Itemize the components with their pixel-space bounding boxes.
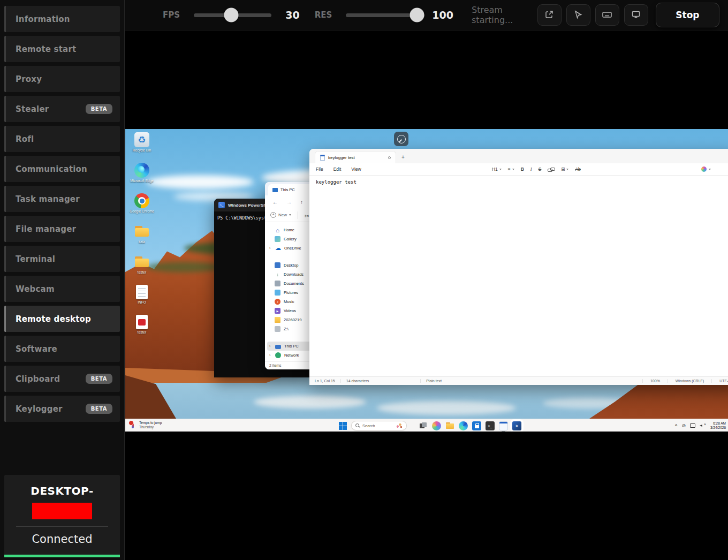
cast-icon[interactable] <box>690 423 695 428</box>
sidebar-item-information[interactable]: Information <box>4 6 120 32</box>
volume-muted-icon[interactable] <box>700 423 706 428</box>
monitor-button[interactable] <box>624 4 648 26</box>
status-segment: Windows (CRLF) <box>668 379 711 383</box>
back-icon[interactable]: ← <box>272 199 278 205</box>
taskbar-store-icon[interactable] <box>472 421 481 430</box>
new-button-label: New <box>278 213 287 217</box>
pointer-control-button[interactable] <box>566 4 590 26</box>
beta-badge: BETA <box>86 104 112 114</box>
taskbar-file-explorer-icon[interactable] <box>445 421 454 430</box>
do-not-disturb-icon[interactable]: ⊘ <box>682 423 686 428</box>
downloads-icon <box>275 271 280 277</box>
sidebar-item-proxy[interactable]: Proxy <box>4 66 120 92</box>
menu-file[interactable]: File <box>316 167 323 172</box>
explorer-tab-this-pc[interactable]: This PC <box>268 184 315 195</box>
copilot-icon <box>701 167 707 172</box>
copilot-menu[interactable] <box>701 167 728 172</box>
new-tab-button[interactable]: + <box>401 154 405 160</box>
chevron-down-icon <box>499 169 502 170</box>
new-button[interactable]: New <box>270 212 291 218</box>
taskbar-clock[interactable]: 6:28 AM 3/24/2026 <box>710 421 726 430</box>
status-segment: 100% <box>642 379 668 383</box>
italic-tool-icon[interactable]: I <box>530 167 532 172</box>
res-slider-thumb[interactable] <box>410 8 424 22</box>
desktop-icon-label: Microsoft Edge <box>130 179 153 183</box>
weather-widget-icon <box>128 420 136 429</box>
desktop-icon-tester[interactable]: tester <box>130 315 154 334</box>
network-icon <box>275 352 281 358</box>
fps-slider[interactable] <box>194 13 271 17</box>
desktop-icon-tester[interactable]: tester <box>130 254 154 274</box>
device-name: DESKTOP- <box>4 485 120 497</box>
cut-icon[interactable] <box>305 210 309 220</box>
fps-slider-thumb[interactable] <box>224 8 238 22</box>
notepad-menus: FileEditView <box>316 167 371 172</box>
chevron-down-icon <box>512 169 514 170</box>
res-label: RES <box>315 10 332 20</box>
pdf-icon <box>136 315 148 329</box>
start-button[interactable] <box>339 422 347 430</box>
taskbar-terminal-icon[interactable] <box>486 421 495 430</box>
desktop-icon-google-chrome[interactable]: Google Chrome <box>130 193 154 213</box>
forward-icon[interactable]: → <box>286 199 292 205</box>
taskbar-notepad-icon[interactable] <box>499 421 508 430</box>
remote-desktop-stream[interactable]: Recycle BinMicrosoft EdgeGoogle Chromeka… <box>125 129 728 432</box>
desktop-icon-katz[interactable]: katz <box>130 224 154 244</box>
desktop-icon-label: tester <box>138 330 146 334</box>
explorer-item-label: Gallery <box>284 237 297 241</box>
gallery-icon <box>275 236 280 242</box>
explorer-tab-label: This PC <box>280 187 295 192</box>
widgets-button[interactable]: Temps to jump Thursday <box>128 420 162 429</box>
sidebar-item-terminal[interactable]: Terminal <box>4 246 120 272</box>
stop-button[interactable]: Stop <box>656 3 719 27</box>
bold-tool-icon[interactable]: B <box>521 167 524 172</box>
desktop-icon-recycle-bin[interactable]: Recycle Bin <box>130 132 154 152</box>
notepad-window[interactable]: keylogger test + FileEditView H1≡BIS⊞Ab … <box>309 149 728 385</box>
taskbar-task-view-icon[interactable] <box>419 421 428 430</box>
up-icon[interactable]: ↑ <box>300 199 303 205</box>
document-icon <box>136 285 148 299</box>
sidebar-item-software[interactable]: Software <box>4 336 120 362</box>
taskbar-edge-icon[interactable] <box>459 421 468 430</box>
taskbar-powershell-icon[interactable] <box>512 421 521 430</box>
sidebar-item-label: Rofl <box>16 134 34 144</box>
taskbar-search[interactable]: Search <box>351 421 407 430</box>
wallpaper-reflection <box>254 396 366 408</box>
notepad-tabbar: keylogger test + <box>309 149 728 163</box>
sidebar-item-stealer[interactable]: StealerBETA <box>4 96 120 122</box>
heading-tool-icon[interactable]: H1 <box>492 167 502 172</box>
clear-format-tool-icon[interactable]: Ab <box>575 167 580 172</box>
sidebar-item-clipboard[interactable]: ClipboardBETA <box>4 366 120 392</box>
res-slider[interactable] <box>346 13 424 17</box>
menu-edit[interactable]: Edit <box>333 167 342 172</box>
image-circle-icon[interactable] <box>394 132 408 146</box>
sidebar-item-label: Clipboard <box>16 374 60 384</box>
sidebar-item-remote-start[interactable]: Remote start <box>4 36 120 62</box>
sidebar-item-file-manager[interactable]: File manager <box>4 216 120 242</box>
table-tool-icon[interactable]: ⊞ <box>561 167 568 172</box>
notepad-editor[interactable]: keylogger test <box>309 176 728 376</box>
strikethrough-tool-icon[interactable]: S <box>539 167 542 172</box>
sidebar-item-remote-desktop[interactable]: Remote desktop <box>4 306 120 332</box>
search-icon <box>355 423 360 428</box>
folder-icon <box>134 254 149 269</box>
list-tool-icon[interactable]: ≡ <box>508 167 514 172</box>
link-tool-icon[interactable] <box>548 167 555 172</box>
sidebar-item-task-manager[interactable]: Task manager <box>4 186 120 212</box>
documents-icon <box>275 281 280 286</box>
sidebar-item-webcam[interactable]: Webcam <box>4 276 120 302</box>
menu-view[interactable]: View <box>351 167 361 172</box>
sidebar-item-rofl[interactable]: Rofl <box>4 126 120 152</box>
sidebar-item-communication[interactable]: Communication <box>4 156 120 182</box>
keyboard-control-button[interactable] <box>595 4 619 26</box>
sidebar-item-keylogger[interactable]: KeyloggerBETA <box>4 396 120 422</box>
open-external-button[interactable] <box>537 4 562 26</box>
hidden-icons-chevron[interactable]: ^ <box>675 423 678 428</box>
desktop-icon-microsoft-edge[interactable]: Microsoft Edge <box>130 163 154 183</box>
taskbar-copilot-icon[interactable] <box>432 421 441 430</box>
notepad-tab[interactable]: keylogger test <box>315 151 396 163</box>
taskbar-center: Search <box>339 419 521 432</box>
keyboard-icon <box>602 10 612 21</box>
desktop-icon-info[interactable]: INFO <box>130 285 154 304</box>
notepad-status-left: Ln 1, Col 1514 charactersPlain text <box>309 379 447 383</box>
